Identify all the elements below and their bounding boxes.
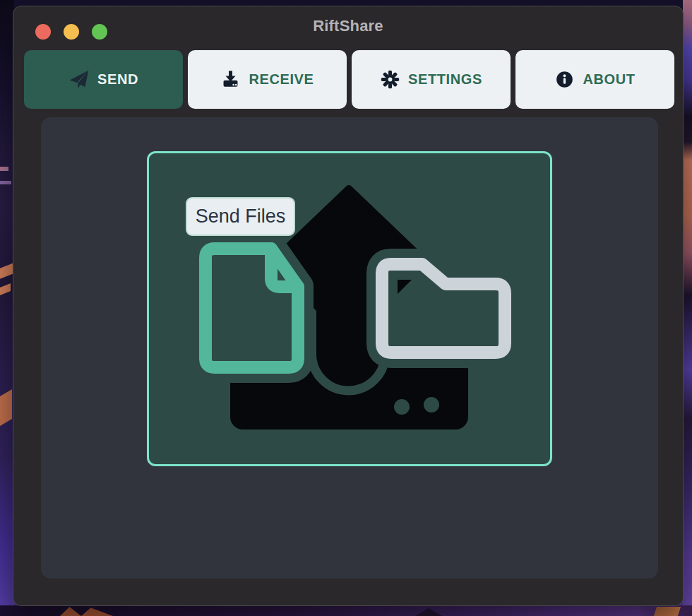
wallpaper-streak <box>0 167 8 171</box>
tab-settings[interactable]: SETTINGS <box>352 50 511 109</box>
zoom-button[interactable] <box>92 24 107 40</box>
gear-icon <box>380 69 400 90</box>
tab-label: SEND <box>97 71 138 88</box>
app-window: RiftShare SEND RECEIVE <box>13 6 684 606</box>
download-tray-icon <box>220 69 241 90</box>
tab-label: SETTINGS <box>408 71 482 88</box>
window-title: RiftShare <box>313 17 383 35</box>
close-button[interactable] <box>35 24 51 40</box>
wallpaper-streak <box>0 263 13 279</box>
wallpaper-shape <box>60 607 113 616</box>
wallpaper-streak <box>0 181 11 184</box>
wallpaper-streak <box>0 389 12 426</box>
wallpaper-shape <box>654 607 681 616</box>
paper-plane-icon <box>68 69 90 90</box>
tab-label: RECEIVE <box>249 71 314 88</box>
tab-label: ABOUT <box>583 71 635 88</box>
desktop-wallpaper-left <box>0 0 14 616</box>
desktop-wallpaper-right <box>683 0 692 616</box>
minimize-button[interactable] <box>64 24 79 40</box>
traffic-lights <box>35 24 107 40</box>
wallpaper-shape <box>415 608 442 616</box>
wallpaper-streak <box>0 283 11 295</box>
tab-bar: SEND RECEIVE <box>24 50 674 109</box>
tab-send[interactable]: SEND <box>24 50 183 109</box>
titlebar: RiftShare <box>13 6 683 46</box>
file-outline-icon <box>205 249 298 367</box>
tab-receive[interactable]: RECEIVE <box>188 50 347 109</box>
folder-outline-icon <box>382 264 505 353</box>
info-circle-icon <box>554 69 575 90</box>
tab-about[interactable]: ABOUT <box>515 50 674 109</box>
send-files-label: Send Files <box>186 197 295 236</box>
desktop-wallpaper-bottom <box>0 605 692 616</box>
send-content-panel: Send Files <box>41 117 658 579</box>
send-files-dropzone[interactable]: Send Files <box>147 151 552 466</box>
